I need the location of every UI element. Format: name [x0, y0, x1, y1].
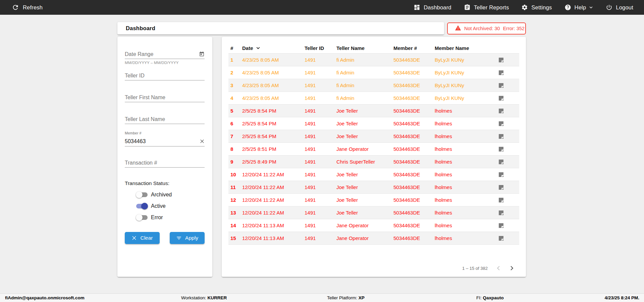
note-icon[interactable]: [498, 159, 519, 165]
note-icon[interactable]: [498, 185, 519, 190]
note-icon[interactable]: [498, 57, 519, 63]
cell-member-num: 5034463DE: [393, 159, 435, 165]
cell-num: 11: [230, 184, 242, 190]
table-row[interactable]: 14/23/25 8:05 AM1491fi Admin5034463DEByL…: [228, 54, 519, 66]
cell-member-name: ByLyJI KUNy: [435, 95, 498, 101]
table-row[interactable]: 1012/20/24 11:22 AM1491Joe Teller5034463…: [228, 168, 519, 181]
toggle-active[interactable]: Active: [136, 203, 166, 209]
cell-teller-name: Jane Operator: [336, 146, 393, 152]
cell-teller-id: 1491: [305, 172, 336, 177]
active-switch[interactable]: [136, 203, 148, 209]
col-member-name[interactable]: Member Name: [435, 45, 498, 51]
chevron-right-icon: [507, 264, 516, 273]
cell-teller-name: Joe Teller: [336, 172, 393, 177]
col-date[interactable]: Date: [242, 45, 305, 51]
note-icon[interactable]: [498, 146, 519, 152]
table-row[interactable]: 44/23/25 8:05 AM1491fi Admin5034463DEByL…: [228, 92, 519, 105]
table-row[interactable]: 1512/20/24 11:13 AM1491Jane Operator5034…: [228, 232, 519, 245]
date-range-hint: MM/DD/YYYY – MM/DD/YYYY: [125, 61, 205, 65]
transaction-number-field[interactable]: Transaction #: [125, 158, 205, 168]
cell-member-num: 5034463DE: [393, 70, 435, 75]
refresh-button[interactable]: Refresh: [0, 0, 43, 15]
cell-date: 4/23/25 8:05 AM: [242, 70, 305, 75]
col-teller-id[interactable]: Teller ID: [305, 45, 336, 51]
next-page-button[interactable]: [505, 261, 519, 275]
refresh-label: Refresh: [23, 4, 43, 11]
table-row[interactable]: 72/5/25 8:54 PM1491Joe Teller5034463DElh…: [228, 130, 519, 143]
table-row[interactable]: 1112/20/24 11:22 AM1491Joe Teller5034463…: [228, 181, 519, 194]
nav-item-logout[interactable]: Logout: [606, 0, 633, 15]
clipboard-icon: [464, 4, 471, 11]
table-row[interactable]: 52/5/25 8:54 PM1491Joe Teller5034463DElh…: [228, 105, 519, 117]
nav-item-teller-reports[interactable]: Teller Reports: [464, 0, 509, 15]
member-number-value[interactable]: 5034463: [125, 138, 200, 144]
cell-date: 2/5/25 8:54 PM: [242, 121, 305, 126]
nav-menu: Dashboard Teller Reports Settings Help: [414, 0, 644, 15]
table-row[interactable]: 1212/20/24 11:22 AM1491Joe Teller5034463…: [228, 194, 519, 206]
note-icon[interactable]: [498, 70, 519, 75]
cell-teller-id: 1491: [305, 197, 336, 203]
col-teller-name[interactable]: Teller Name: [336, 45, 393, 51]
apply-button[interactable]: Apply: [170, 232, 205, 244]
cell-teller-name: Joe Teller: [336, 108, 393, 114]
cell-num: 13: [230, 210, 242, 216]
calendar-icon[interactable]: [199, 51, 205, 57]
note-icon[interactable]: [498, 134, 519, 139]
nav-item-help[interactable]: Help: [565, 0, 594, 15]
cell-num: 15: [230, 235, 242, 241]
toggle-error[interactable]: Error: [136, 214, 163, 221]
paginator: 1 – 15 of 382: [462, 261, 519, 275]
cell-date: 2/5/25 8:54 PM: [242, 108, 305, 114]
nav-item-dashboard[interactable]: Dashboard: [414, 0, 451, 15]
alert-banner[interactable]: Not Archived: 30 Error: 352: [447, 22, 526, 35]
table-row[interactable]: 24/23/25 8:05 AM1491fi Admin5034463DEByL…: [228, 66, 519, 79]
top-nav: Refresh Dashboard Teller Reports Setting…: [0, 0, 644, 15]
table-row[interactable]: 62/5/25 8:54 PM1491Joe Teller5034463DElh…: [228, 117, 519, 130]
note-icon[interactable]: [498, 210, 519, 216]
table-row[interactable]: 34/23/25 8:05 AM1491fi Admin5034463DEByL…: [228, 79, 519, 92]
table-row[interactable]: 92/5/25 8:49 PM1491Chris SuperTeller5034…: [228, 156, 519, 168]
note-icon[interactable]: [498, 108, 519, 114]
clear-button[interactable]: Clear: [125, 232, 160, 244]
cell-teller-id: 1491: [305, 235, 336, 241]
note-icon[interactable]: [498, 121, 519, 126]
date-range-field[interactable]: Date Range MM/DD/YYYY – MM/DD/YYYY: [125, 50, 205, 65]
col-member-num[interactable]: Member #: [393, 45, 435, 51]
note-icon[interactable]: [498, 83, 519, 88]
note-icon[interactable]: [498, 197, 519, 203]
teller-last-name-field[interactable]: Teller Last Name: [125, 115, 205, 124]
cell-member-name: lholmes: [435, 235, 498, 241]
cell-member-num: 5034463DE: [393, 197, 435, 203]
cell-date: 2/5/25 8:54 PM: [242, 133, 305, 139]
cell-member-num: 5034463DE: [393, 223, 435, 228]
cell-teller-id: 1491: [305, 121, 336, 126]
table-row[interactable]: 82/5/25 8:51 PM1491Jane Operator5034463D…: [228, 143, 519, 156]
close-icon: [131, 235, 137, 241]
teller-id-placeholder: Teller ID: [125, 73, 205, 79]
prev-page-button[interactable]: [492, 261, 505, 275]
table-row[interactable]: 1412/20/24 11:13 AM1491Jane Operator5034…: [228, 219, 519, 232]
cell-member-name: lholmes: [435, 223, 498, 228]
toggle-archived[interactable]: Archived: [136, 191, 172, 198]
note-icon[interactable]: [498, 223, 519, 228]
teller-id-field[interactable]: Teller ID: [125, 71, 205, 80]
table-row[interactable]: 1312/20/24 11:22 AM1491Joe Teller5034463…: [228, 206, 519, 219]
financial-institution: FI: Qaxpauto: [476, 295, 504, 300]
page-title-card: Dashboard: [117, 22, 444, 35]
cell-member-num: 5034463DE: [393, 57, 435, 63]
archived-switch[interactable]: [136, 191, 148, 198]
warning-icon: [455, 25, 464, 32]
member-number-field[interactable]: Member # 5034463: [125, 131, 205, 146]
clear-member-icon[interactable]: [200, 139, 205, 144]
cell-date: 12/20/24 11:13 AM: [242, 235, 305, 241]
nav-item-settings[interactable]: Settings: [521, 0, 552, 15]
teller-first-name-field[interactable]: Teller First Name: [125, 93, 205, 102]
member-number-label: Member #: [125, 131, 205, 135]
note-icon[interactable]: [498, 96, 519, 101]
note-icon[interactable]: [498, 236, 519, 241]
cell-num: 1: [230, 57, 242, 63]
error-switch[interactable]: [136, 214, 148, 221]
note-icon[interactable]: [498, 172, 519, 177]
teller-first-name-placeholder: Teller First Name: [125, 95, 205, 101]
cell-member-num: 5034463DE: [393, 146, 435, 152]
